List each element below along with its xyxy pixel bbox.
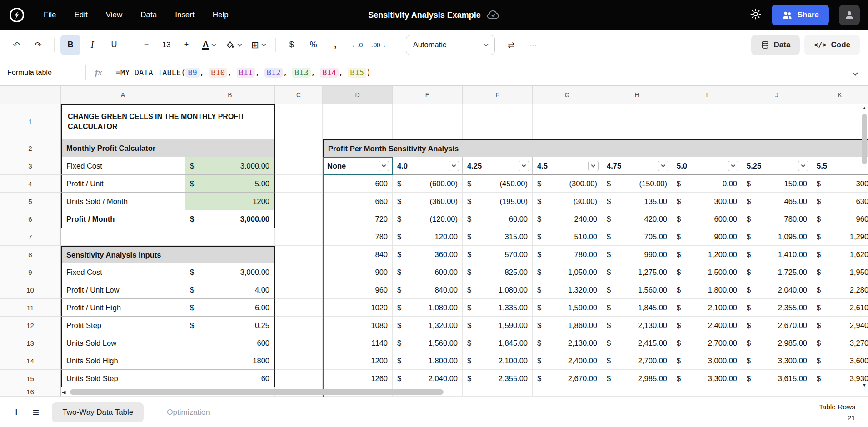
cell[interactable]: 1080: [323, 317, 393, 334]
cell[interactable]: [275, 139, 323, 157]
cell[interactable]: $3,930.00: [812, 370, 868, 387]
cell[interactable]: 1200: [323, 352, 393, 370]
cell[interactable]: 960: [323, 281, 393, 299]
cell[interactable]: $6.00: [185, 299, 275, 317]
cell[interactable]: [812, 104, 868, 139]
dropdown-chevron-icon[interactable]: [449, 161, 459, 171]
row-header[interactable]: 4: [0, 175, 61, 193]
cell[interactable]: $1,800.00: [393, 352, 463, 370]
menu-help[interactable]: Help: [213, 10, 229, 20]
cell[interactable]: $1,200.00: [672, 246, 742, 263]
cell[interactable]: $3,300.00: [672, 370, 742, 387]
cell[interactable]: [275, 246, 323, 263]
cell[interactable]: [323, 104, 393, 139]
cell[interactable]: $1,290.00: [812, 228, 868, 246]
cell[interactable]: [742, 387, 812, 397]
cell[interactable]: $(150.00): [602, 175, 672, 193]
cell[interactable]: [533, 104, 602, 139]
dropdown-chevron-icon[interactable]: [519, 161, 529, 171]
cell[interactable]: $1,590.00: [533, 299, 602, 317]
cell[interactable]: $2,100.00: [672, 299, 742, 317]
cell[interactable]: [275, 370, 323, 387]
row-header[interactable]: 11: [0, 299, 61, 317]
cell[interactable]: [275, 104, 323, 139]
row-header[interactable]: 7: [0, 228, 61, 246]
cell[interactable]: $1,275.00: [602, 263, 672, 281]
cell[interactable]: Profit Step: [61, 317, 185, 334]
rows-logo[interactable]: [8, 6, 25, 24]
font-size-value[interactable]: 13: [158, 40, 175, 50]
cell[interactable]: [275, 263, 323, 281]
cell[interactable]: $840.00: [393, 281, 463, 299]
cell[interactable]: $1,845.00: [602, 299, 672, 317]
cell[interactable]: $600.00: [393, 263, 463, 281]
row-header[interactable]: 16: [0, 387, 61, 397]
dropdown-chevron-icon[interactable]: [379, 161, 389, 171]
cell[interactable]: [275, 175, 323, 193]
menu-view[interactable]: View: [106, 10, 123, 20]
cell[interactable]: [185, 228, 275, 246]
cell[interactable]: $1,320.00: [393, 317, 463, 334]
increase-decimal-button[interactable]: .00→: [369, 35, 389, 55]
cell[interactable]: 900: [323, 263, 393, 281]
col-header-F[interactable]: F: [463, 86, 533, 104]
row-header[interactable]: 10: [0, 281, 61, 299]
cell[interactable]: $1,845.00: [463, 334, 533, 352]
cell[interactable]: Profit / Unit Low: [61, 281, 185, 299]
cell[interactable]: [61, 228, 185, 246]
dropdown-chevron-icon[interactable]: [728, 161, 738, 171]
document-title[interactable]: Sensitivity Analysis Example: [368, 10, 480, 20]
cell[interactable]: 60: [185, 370, 275, 387]
cell[interactable]: $(120.00): [393, 210, 463, 228]
cell[interactable]: [275, 157, 323, 175]
cell[interactable]: $705.00: [602, 228, 672, 246]
cell[interactable]: $3,600.00: [812, 352, 868, 370]
add-sheet-button[interactable]: +: [13, 406, 20, 418]
row-header[interactable]: 9: [0, 263, 61, 281]
cell[interactable]: Profit Per Month Sensitivity Analysis: [323, 139, 868, 157]
cell[interactable]: [602, 387, 672, 397]
cell[interactable]: 780: [323, 228, 393, 246]
cell[interactable]: $(300.00): [533, 175, 602, 193]
decrease-font-size-button[interactable]: −: [136, 35, 156, 55]
borders-button[interactable]: ⊞: [247, 35, 269, 55]
cell[interactable]: $1,320.00: [533, 281, 602, 299]
data-panel-button[interactable]: Data: [751, 35, 800, 55]
number-format-dropdown[interactable]: Automatic: [406, 35, 495, 55]
cell[interactable]: 1140: [323, 334, 393, 352]
cell[interactable]: Fixed Cost: [61, 263, 185, 281]
cell[interactable]: $240.00: [533, 210, 602, 228]
cell[interactable]: $1,620.00: [812, 246, 868, 263]
cell[interactable]: $2,985.00: [602, 370, 672, 387]
formula-input[interactable]: =MY_DATA_TABLE(B9, B10, B11, B12, B13, B…: [116, 68, 371, 78]
cell[interactable]: None: [323, 157, 393, 175]
cell[interactable]: 600: [323, 175, 393, 193]
cell[interactable]: 5.5: [812, 157, 868, 175]
row-header[interactable]: 13: [0, 334, 61, 352]
cell[interactable]: $(600.00): [393, 175, 463, 193]
underline-button[interactable]: U: [104, 35, 124, 55]
cell[interactable]: $(195.00): [463, 193, 533, 210]
dropdown-chevron-icon[interactable]: [588, 161, 599, 171]
cell[interactable]: $2,280.00: [812, 281, 868, 299]
row-header[interactable]: 14: [0, 352, 61, 370]
sheet-tab-optimization[interactable]: Optimization: [156, 402, 220, 422]
menu-file[interactable]: File: [44, 10, 56, 20]
text-color-button[interactable]: A: [198, 35, 219, 55]
cell[interactable]: $0.25: [185, 317, 275, 334]
cell[interactable]: [275, 317, 323, 334]
cell[interactable]: Units Sold / Month: [61, 193, 185, 210]
cell[interactable]: 660: [323, 193, 393, 210]
cell[interactable]: $2,040.00: [742, 281, 812, 299]
cell[interactable]: $1,095.00: [742, 228, 812, 246]
cell[interactable]: Units Sold Low: [61, 334, 185, 352]
col-header-H[interactable]: H: [602, 86, 672, 104]
cell[interactable]: $960.00: [812, 210, 868, 228]
cell[interactable]: $3,615.00: [742, 370, 812, 387]
row-header[interactable]: 6: [0, 210, 61, 228]
cell[interactable]: $360.00: [393, 246, 463, 263]
cell[interactable]: $510.00: [533, 228, 602, 246]
cell[interactable]: $465.00: [742, 193, 812, 210]
col-header-A[interactable]: A: [61, 86, 185, 104]
cell[interactable]: [672, 387, 742, 397]
